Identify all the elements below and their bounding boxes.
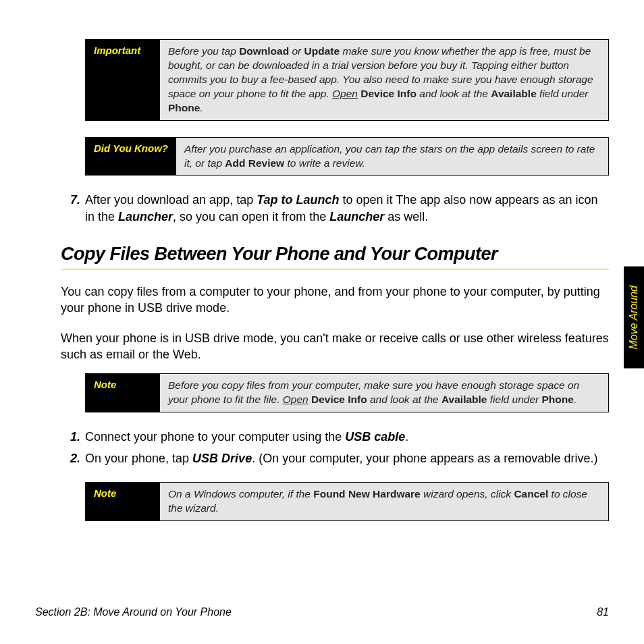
callout-label-note2: Note — [86, 483, 160, 520]
footer-section: Section 2B: Move Around on Your Phone — [35, 606, 232, 618]
body-paragraph-2: When your phone is in USB drive mode, yo… — [61, 330, 609, 363]
step-number: 1. — [70, 429, 80, 445]
callout-body-note1: Before you copy files from your computer… — [160, 374, 608, 412]
step-number: 2. — [70, 450, 80, 466]
callout-didyouknow: Did You Know? After you purchase an appl… — [85, 137, 609, 176]
callout-note-1: Note Before you copy files from your com… — [85, 373, 609, 412]
list-item: 2.On your phone, tap USB Drive. (On your… — [85, 450, 609, 466]
callout-note-2: Note On a Windows computer, if the Found… — [85, 482, 609, 521]
side-tab: Move Around — [624, 267, 644, 369]
callout-label-note1: Note — [86, 374, 160, 412]
callout-body-didyouknow: After you purchase an application, you c… — [176, 138, 608, 176]
step-list-top: 7. After you download an app, tap Tap to… — [61, 192, 609, 225]
callout-body-important: Before you tap Download or Update make s… — [160, 40, 608, 120]
callout-body-note2: On a Windows computer, if the Found New … — [160, 483, 608, 520]
list-item: 1.Connect your phone to your computer us… — [85, 429, 609, 445]
callout-label-didyouknow: Did You Know? — [86, 138, 176, 176]
step-7: 7. After you download an app, tap Tap to… — [85, 192, 609, 225]
page-footer: Section 2B: Move Around on Your Phone 81 — [35, 606, 609, 618]
step-text: On your phone, tap USB Drive. (On your c… — [85, 452, 597, 465]
footer-page-number: 81 — [597, 606, 609, 618]
step-list-usb: 1.Connect your phone to your computer us… — [61, 429, 609, 467]
body-paragraph-1: You can copy files from a computer to yo… — [61, 284, 609, 317]
step-number: 7. — [70, 192, 80, 208]
section-heading: Copy Files Between Your Phone and Your C… — [61, 244, 609, 270]
step-text: After you download an app, tap Tap to La… — [85, 193, 597, 223]
step-text: Connect your phone to your computer usin… — [85, 430, 408, 444]
callout-important: Important Before you tap Download or Upd… — [85, 39, 609, 121]
callout-label-important: Important — [86, 40, 160, 120]
